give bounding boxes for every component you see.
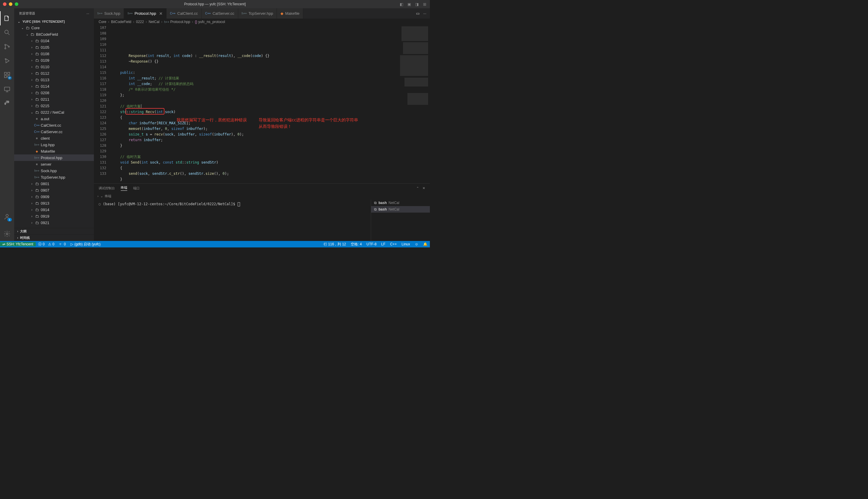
folder-netcal[interactable]: ⌄🗀0222 / NetCal (14, 109, 94, 115)
source-control-view-icon[interactable] (0, 39, 14, 54)
status-ports[interactable]: ᯤ0 (57, 242, 68, 246)
chevron-right-icon[interactable]: › (97, 194, 99, 198)
tab-protocol-hpp[interactable]: h++Protocol.hpp✕ (124, 8, 166, 19)
folder-item[interactable]: ›🗀0104 (14, 37, 94, 44)
folder-item[interactable]: ›🗀0113 (14, 76, 94, 83)
status-cursor[interactable]: 行 116，列 12 (321, 242, 349, 247)
maximize-window-button[interactable] (15, 2, 18, 6)
status-problems[interactable]: ⓧ0 ⚠0 (36, 242, 57, 247)
breadcrumb-item[interactable]: h++ Protocol.hpp (164, 20, 190, 24)
remote-explorer-view-icon[interactable] (0, 82, 14, 96)
file-item[interactable]: ◆Makefile (14, 148, 94, 155)
breadcrumb-item[interactable]: {} yufc_ns_protocol (195, 20, 225, 24)
close-window-button[interactable] (3, 2, 7, 6)
outline-section[interactable]: ›大纲 (14, 228, 94, 234)
file-tree[interactable]: ⌄🗀Core ⌄🗀BitCodeField ›🗀0104›🗀0105›🗀0108… (14, 25, 94, 228)
folder-label: 0907 (41, 188, 49, 193)
file-item[interactable]: C++CalClient.cc (14, 122, 94, 129)
folder-item[interactable]: ›🗀0108 (14, 50, 94, 57)
close-tab-icon[interactable]: ✕ (159, 11, 163, 16)
folder-item[interactable]: ›🗀0921 (14, 219, 94, 226)
explorer-view-icon[interactable] (0, 11, 14, 25)
search-view-icon[interactable] (0, 25, 14, 39)
folder-item[interactable]: ›🗀0211 (14, 96, 94, 102)
panel-close-icon[interactable]: ✕ (423, 186, 425, 190)
terminal-shell-icon: ⧉ (374, 207, 377, 211)
file-item[interactable]: h++TcpServer.hpp (14, 174, 94, 180)
status-encoding[interactable]: UTF-8 (364, 242, 379, 247)
breadcrumb-item[interactable]: NetCal (148, 20, 159, 24)
tab-makefile[interactable]: ◆Makefile (277, 8, 303, 19)
file-item[interactable]: ≡server (14, 161, 94, 167)
breadcrumb-item[interactable]: Core (99, 20, 106, 24)
folder-item[interactable]: ›🗀0919 (14, 213, 94, 219)
workspace-root[interactable]: ⌄ YUFC [SSH: YFCTENCENT] (14, 19, 94, 25)
more-actions-icon[interactable]: ··· (423, 11, 426, 16)
status-indent[interactable]: 空格: 4 (349, 242, 364, 247)
status-debug[interactable]: ▷(gdb) 启动 (yufc) (68, 242, 103, 247)
folder-item[interactable]: ›🗀0215 (14, 102, 94, 109)
status-eol[interactable]: LF (379, 242, 388, 247)
folder-core[interactable]: ⌄🗀Core (14, 25, 94, 31)
folder-item[interactable]: ›🗀0909 (14, 193, 94, 200)
svg-rect-6 (8, 72, 10, 74)
panel-maximize-icon[interactable]: ⌃ (416, 186, 419, 190)
tab-calserver-cc[interactable]: C++CalServer.cc (201, 8, 238, 19)
toggle-panel-left-icon[interactable]: ◧ (399, 2, 404, 7)
folder-item[interactable]: ›🗀0801 (14, 180, 94, 187)
breadcrumb[interactable]: Core›BitCodeField›0222›NetCal›h++ Protoc… (94, 19, 430, 25)
toggle-panel-bottom-icon[interactable]: ▣ (407, 2, 412, 7)
folder-item[interactable]: ›🗀0105 (14, 44, 94, 50)
folder-item[interactable]: ›🗀0110 (14, 63, 94, 70)
editor-body[interactable]: 1071081091101111121131141151161171181191… (94, 25, 430, 183)
terminal-task-item[interactable]: ⧉ bash NetCal (371, 199, 430, 206)
terminal-task-item[interactable]: ⧉ bash NetCal (371, 206, 430, 212)
folder-item[interactable]: ›🗀0109 (14, 57, 94, 63)
breadcrumb-item[interactable]: 0222 (136, 20, 144, 24)
tab-ports[interactable]: 端口 (133, 186, 140, 191)
svg-point-0 (5, 30, 8, 34)
svg-rect-5 (4, 72, 7, 74)
python-view-icon[interactable] (0, 96, 14, 110)
debug-view-icon[interactable] (0, 54, 14, 68)
file-item[interactable]: h++Log.hpp (14, 142, 94, 148)
minimap[interactable] (394, 25, 430, 183)
status-os[interactable]: Linux (399, 242, 413, 247)
timeline-section[interactable]: ›时间线 (14, 234, 94, 241)
tab-calclient-cc[interactable]: C++CalClient.cc (167, 8, 201, 19)
terminal[interactable]: ○ (base) [yufc@VM-12-12-centos:~/Core/Bi… (94, 199, 371, 241)
code-content[interactable]: 我居然漏写了这一行，居然犯这种错误 导致返回给客户端cc进程的字符串是一个巨大的… (112, 25, 394, 183)
toggle-panel-right-icon[interactable]: ◨ (415, 2, 419, 7)
extensions-view-icon[interactable]: ⟳ (0, 68, 14, 82)
tab-terminal[interactable]: 终端 (121, 185, 127, 191)
file-item[interactable]: h++Protocol.hpp (14, 155, 94, 161)
folder-item[interactable]: ›🗀0114 (14, 83, 94, 89)
file-item[interactable]: ≡client (14, 135, 94, 142)
status-feedback-icon[interactable]: ☺ (413, 242, 421, 247)
layout-grid-icon[interactable]: ⊞ (422, 2, 427, 7)
open-preview-icon[interactable]: ▭ (416, 11, 419, 16)
chevron-right-icon: › (29, 59, 34, 62)
accounts-icon[interactable]: 1 (0, 210, 14, 224)
file-item[interactable]: h++Sock.hpp (14, 167, 94, 174)
folder-item[interactable]: ›🗀0913 (14, 200, 94, 206)
status-language[interactable]: C++ (388, 242, 399, 247)
folder-bitcodefield[interactable]: ⌄🗀BitCodeField (14, 31, 94, 37)
sidebar-more-icon[interactable]: ··· (86, 12, 89, 15)
tab-tcpserver-hpp[interactable]: h++TcpServer.hpp (238, 8, 277, 19)
status-remote[interactable]: ⇌SSH: YfcTencent (0, 242, 36, 246)
settings-icon[interactable] (0, 227, 14, 241)
folder-item[interactable]: ›🗀0208 (14, 89, 94, 96)
tab-debug-console[interactable]: 调试控制台 (99, 186, 115, 191)
minimize-window-button[interactable] (9, 2, 12, 6)
folder-label: 0909 (41, 195, 49, 199)
file-item[interactable]: C++CalServer.cc (14, 129, 94, 135)
breadcrumb-item[interactable]: BitCodeField (111, 20, 131, 24)
status-bell-icon[interactable]: 🔔 (421, 242, 430, 247)
folder-item[interactable]: ›🗀0914 (14, 206, 94, 213)
file-item[interactable]: ≡a.out (14, 115, 94, 122)
chevron-down-icon[interactable]: ⌄ (100, 194, 103, 198)
folder-item[interactable]: ›🗀0112 (14, 70, 94, 76)
tab-sock-hpp[interactable]: h++Sock.hpp (94, 8, 124, 19)
folder-item[interactable]: ›🗀0907 (14, 187, 94, 193)
